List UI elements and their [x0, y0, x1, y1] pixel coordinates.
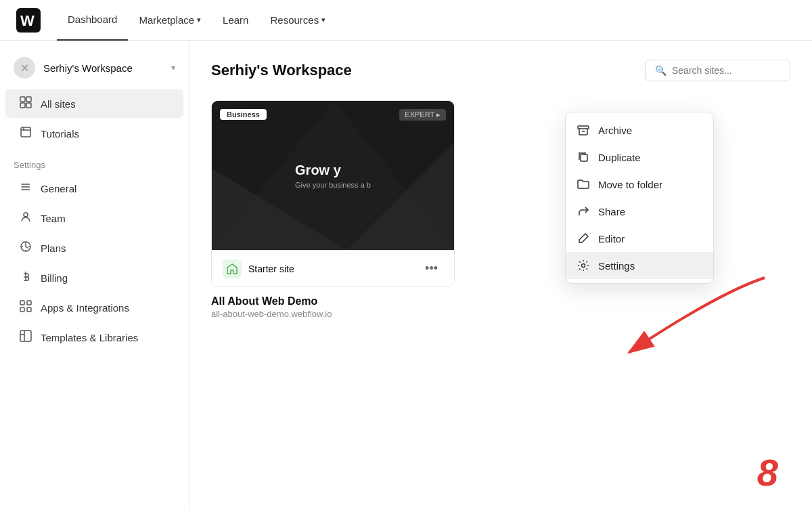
- templates-icon: [19, 330, 32, 345]
- svg-rect-2: [20, 97, 25, 102]
- workspace-selector[interactable]: ✕ Serhiy's Workspace ▾: [0, 51, 189, 84]
- svg-rect-4: [20, 103, 25, 108]
- layout: ✕ Serhiy's Workspace ▾ All sites: [0, 41, 812, 508]
- svg-rect-3: [26, 97, 31, 102]
- sidebar-item-templates[interactable]: Templates & Libraries: [5, 323, 183, 352]
- annotation-arrow: [589, 271, 792, 373]
- svg-point-7: [24, 213, 28, 217]
- svg-rect-12: [27, 308, 31, 312]
- site-more-button[interactable]: •••: [420, 259, 443, 278]
- billing-icon: [19, 270, 32, 285]
- annotation-number: 8: [757, 450, 778, 494]
- search-box[interactable]: 🔍: [645, 60, 790, 81]
- tutorials-icon: [19, 126, 32, 141]
- preview-background: Grow y Give your business a b: [212, 101, 454, 250]
- svg-rect-9: [20, 301, 24, 305]
- menu-item-editor[interactable]: Editor: [566, 225, 713, 252]
- settings-section-label: Settings: [0, 149, 189, 174]
- preview-label: Business: [220, 109, 267, 120]
- top-nav: W Dashboard Marketplace ▾ Learn Resource…: [0, 0, 812, 41]
- svg-text:W: W: [20, 12, 35, 29]
- search-input[interactable]: [672, 65, 780, 76]
- svg-rect-6: [21, 127, 30, 137]
- sidebar-item-billing[interactable]: Billing: [5, 263, 183, 292]
- menu-item-settings[interactable]: Settings: [566, 252, 713, 279]
- svg-rect-5: [26, 103, 31, 108]
- sidebar-item-plans[interactable]: Plans: [5, 234, 183, 262]
- preview-subtext: Give your business a b: [295, 181, 371, 189]
- site-preview: Grow y Give your business a b Business E…: [212, 101, 454, 250]
- svg-point-20: [582, 264, 585, 268]
- nav-links: Dashboard Marketplace ▾ Learn Resources …: [57, 0, 336, 41]
- site-card-footer: Starter site •••: [212, 250, 454, 287]
- sidebar: ✕ Serhiy's Workspace ▾ All sites: [0, 41, 189, 508]
- context-menu: Archive Duplicate Move to folder: [565, 112, 714, 284]
- team-icon: [19, 211, 32, 226]
- general-icon: [19, 181, 32, 196]
- nav-learn[interactable]: Learn: [212, 0, 259, 41]
- settings-icon: [577, 259, 590, 272]
- sidebar-item-general[interactable]: General: [5, 174, 183, 203]
- nav-marketplace[interactable]: Marketplace ▾: [128, 0, 212, 41]
- workspace-avatar: ✕: [14, 57, 35, 79]
- sidebar-item-all-sites[interactable]: All sites: [5, 89, 183, 118]
- site-name: Starter site: [248, 263, 420, 274]
- apps-icon: [19, 300, 32, 315]
- svg-rect-10: [27, 301, 31, 305]
- folder-icon: [577, 177, 590, 191]
- page-title: Serhiy's Workspace: [211, 62, 352, 79]
- svg-rect-11: [20, 308, 24, 312]
- search-icon: 🔍: [655, 65, 667, 76]
- menu-item-duplicate[interactable]: Duplicate: [566, 144, 713, 171]
- sidebar-item-team[interactable]: Team: [5, 204, 183, 232]
- workspace-name: Serhiy's Workspace: [43, 62, 171, 74]
- menu-item-share[interactable]: Share: [566, 198, 713, 225]
- logo[interactable]: W: [16, 8, 41, 33]
- preview-badge: EXPERT ▸: [399, 109, 446, 121]
- site-card: Grow y Give your business a b Business E…: [211, 100, 455, 287]
- workspace-chevron-icon: ▾: [171, 63, 175, 72]
- archive-icon: [577, 123, 590, 137]
- all-sites-icon: [19, 96, 32, 111]
- menu-item-move-to-folder[interactable]: Move to folder: [566, 171, 713, 198]
- main-content: Serhiy's Workspace 🔍 Grow y: [189, 41, 812, 508]
- preview-headline: Grow y: [295, 163, 371, 178]
- editor-icon: [577, 232, 590, 245]
- share-icon: [577, 205, 590, 218]
- duplicate-icon: [577, 150, 590, 164]
- plans-icon: [19, 240, 32, 255]
- sidebar-item-apps[interactable]: Apps & Integrations: [5, 293, 183, 322]
- svg-rect-18: [578, 126, 589, 129]
- site-info: All About Web Demo all-about-web-demo.we…: [211, 295, 790, 319]
- svg-rect-13: [20, 331, 31, 341]
- nav-dashboard[interactable]: Dashboard: [57, 0, 128, 41]
- svg-rect-19: [581, 154, 587, 161]
- main-header: Serhiy's Workspace 🔍: [211, 60, 790, 81]
- sidebar-item-tutorials[interactable]: Tutorials: [5, 119, 183, 148]
- nav-resources[interactable]: Resources ▾: [259, 0, 336, 41]
- site-url: all-about-web-demo.webflow.io: [211, 309, 790, 319]
- marketplace-chevron-icon: ▾: [197, 16, 201, 24]
- menu-item-archive[interactable]: Archive: [566, 117, 713, 144]
- site-title: All About Web Demo: [211, 295, 790, 308]
- site-icon: [223, 259, 242, 278]
- resources-chevron-icon: ▾: [321, 16, 325, 24]
